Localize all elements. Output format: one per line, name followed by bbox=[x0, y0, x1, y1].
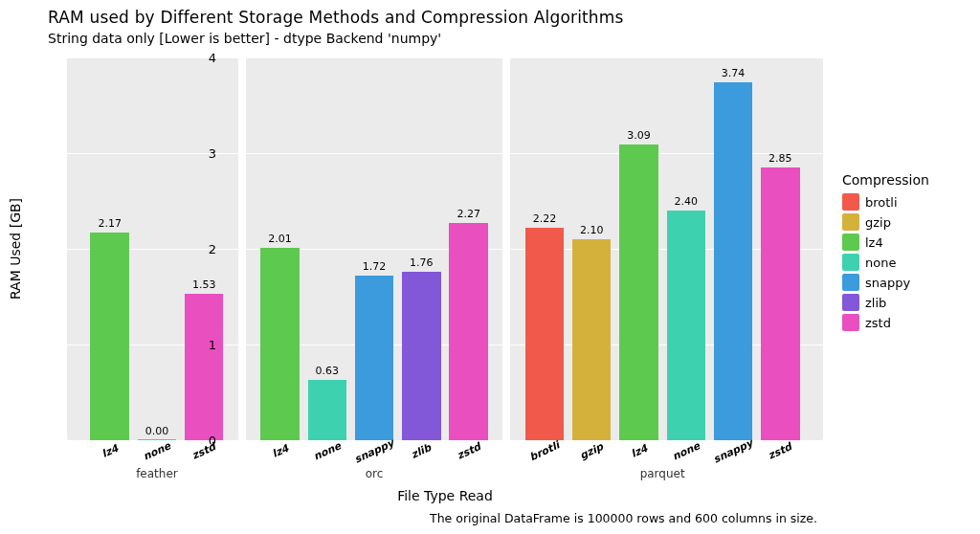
bar-category-label: lz4 bbox=[100, 442, 120, 460]
legend-label: snappy bbox=[865, 276, 910, 290]
chart-caption: The original DataFrame is 100000 rows an… bbox=[430, 511, 817, 525]
bar-value-label: 2.10 bbox=[563, 224, 620, 236]
legend-label: lz4 bbox=[865, 235, 883, 250]
bar-value-label: 2.01 bbox=[252, 233, 309, 245]
bar-parquet-lz4 bbox=[619, 145, 657, 440]
legend: Compression brotligziplz4nonesnappyzlibz… bbox=[842, 172, 929, 334]
group-separator bbox=[238, 57, 246, 440]
legend-label: zlib bbox=[865, 296, 886, 310]
bar-parquet-gzip bbox=[572, 239, 611, 440]
legend-item-snappy: snappy bbox=[842, 274, 929, 291]
legend-swatch bbox=[842, 314, 859, 331]
bar-value-label: 0.00 bbox=[128, 425, 186, 437]
chart-title: RAM used by Different Storage Methods an… bbox=[48, 8, 624, 27]
bar-parquet-none bbox=[667, 211, 705, 440]
bar-value-label: 3.09 bbox=[611, 129, 668, 142]
bar-category-label: none bbox=[311, 439, 343, 463]
x-axis-label: File Type Read bbox=[67, 488, 823, 503]
bar-category-label: zstd bbox=[455, 440, 482, 462]
legend-item-none: none bbox=[842, 254, 929, 271]
bar-value-label: 2.85 bbox=[751, 152, 809, 165]
bar-orc-zstd bbox=[449, 223, 487, 440]
chart-container: RAM used by Different Storage Methods an… bbox=[0, 0, 980, 534]
legend-swatch bbox=[842, 193, 859, 211]
bar-parquet-zstd bbox=[761, 167, 799, 440]
legend-item-lz4: lz4 bbox=[842, 234, 929, 251]
group-separator bbox=[502, 57, 510, 440]
bar-category-label: lz4 bbox=[270, 442, 290, 460]
y-tick-label: 4 bbox=[178, 51, 216, 65]
legend-swatch bbox=[842, 294, 859, 311]
legend-item-zstd: zstd bbox=[842, 314, 929, 331]
bar-feather-zstd bbox=[185, 294, 223, 440]
legend-item-zlib: zlib bbox=[842, 294, 929, 311]
y-tick-label: 3 bbox=[178, 146, 216, 161]
bar-value-label: 3.74 bbox=[704, 67, 762, 79]
bar-value-label: 1.76 bbox=[392, 256, 450, 269]
legend-label: brotli bbox=[865, 195, 898, 210]
bar-parquet-snappy bbox=[714, 82, 752, 440]
chart-subtitle: String data only [Lower is better] - dty… bbox=[48, 31, 441, 46]
legend-label: none bbox=[865, 256, 896, 270]
legend-title: Compression bbox=[842, 172, 929, 188]
legend-swatch bbox=[842, 234, 859, 251]
bar-orc-snappy bbox=[355, 276, 393, 440]
legend-item-gzip: gzip bbox=[842, 213, 929, 231]
bar-category-label: zlib bbox=[410, 441, 434, 461]
bar-value-label: 0.63 bbox=[299, 365, 356, 377]
legend-item-brotli: brotli bbox=[842, 193, 929, 211]
group-label-parquet: parquet bbox=[624, 467, 701, 480]
bar-category-label: none bbox=[670, 439, 702, 463]
y-tick-label: 2 bbox=[178, 242, 216, 256]
legend-swatch bbox=[842, 213, 859, 231]
group-label-feather: feather bbox=[119, 467, 195, 480]
bar-value-label: 2.40 bbox=[657, 195, 715, 208]
legend-swatch bbox=[842, 254, 859, 271]
bar-orc-zlib bbox=[402, 272, 440, 440]
y-tick-label: 1 bbox=[178, 338, 216, 352]
bar-parquet-brotli bbox=[525, 228, 564, 440]
group-label-orc: orc bbox=[336, 467, 412, 480]
bar-feather-none bbox=[138, 439, 176, 441]
bar-value-label: 2.17 bbox=[81, 217, 139, 230]
legend-swatch bbox=[842, 274, 859, 291]
legend-label: zstd bbox=[865, 316, 891, 330]
y-axis-label: RAM Used [GB] bbox=[8, 198, 23, 300]
legend-label: gzip bbox=[865, 215, 891, 230]
bar-orc-none bbox=[308, 380, 346, 440]
bar-category-label: gzip bbox=[578, 440, 606, 462]
bar-value-label: 2.27 bbox=[440, 208, 498, 220]
bar-category-label: none bbox=[142, 439, 173, 463]
bar-category-label: lz4 bbox=[629, 442, 649, 460]
bar-category-label: zstd bbox=[767, 440, 794, 462]
bar-feather-lz4 bbox=[90, 233, 128, 440]
bar-orc-lz4 bbox=[260, 248, 299, 440]
bar-category-label: brotli bbox=[527, 439, 561, 464]
bar-value-label: 1.53 bbox=[175, 278, 233, 291]
